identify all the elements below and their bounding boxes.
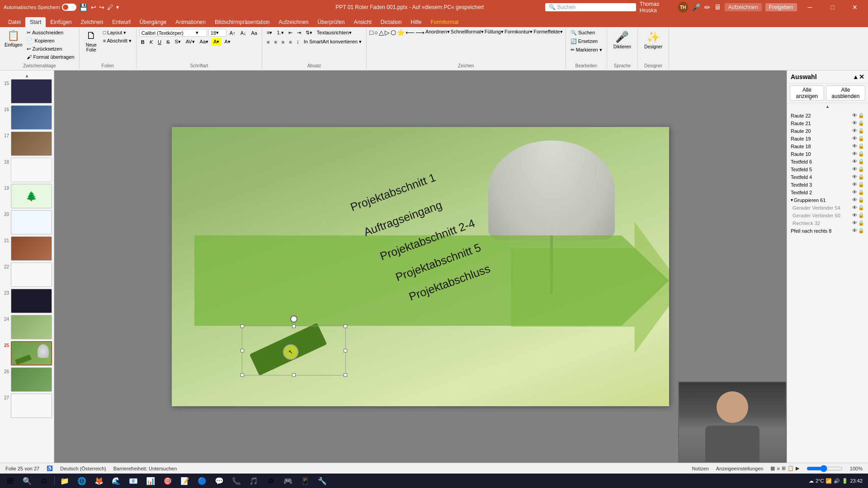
panel-item-rechteck32[interactable]: Rechteck 32 👁 🔒	[787, 219, 868, 227]
schnell-btn[interactable]: Schnellformat▾	[451, 29, 484, 35]
suchen-button[interactable]: 🔍 Suchen	[569, 29, 597, 37]
smartart-button[interactable]: In SmartArt konvertieren ▾	[302, 38, 363, 46]
redo-icon[interactable]: ↪	[99, 4, 104, 11]
panel-up-icon[interactable]: ▴	[854, 73, 857, 80]
slide-25[interactable]: 25	[2, 341, 52, 366]
canvas-area[interactable]: Projektabschnitt 1 Auftragseingang Proje…	[54, 70, 787, 463]
shape4[interactable]: ▷	[385, 29, 390, 36]
panel-item-textfeld3[interactable]: Textfeld 3 👁 🔒	[787, 181, 868, 188]
shape6[interactable]: ⭐	[397, 29, 405, 36]
bullet-list-button[interactable]: ≡▾	[265, 29, 274, 37]
decrease-font-button[interactable]: A↓	[239, 29, 248, 37]
ausschneiden-button[interactable]: ✂ Ausschneiden	[25, 29, 76, 37]
tab-entwurf[interactable]: Entwurf	[108, 17, 135, 27]
save-icon[interactable]: 💾	[79, 3, 88, 12]
textrichtung-button[interactable]: ⇅▾	[304, 29, 314, 37]
text-richten-button[interactable]: Textausrichten▾	[315, 29, 354, 37]
panel-item-gruppieren61[interactable]: ▾ Gruppieren 61 👁 🔒	[787, 196, 868, 204]
increase-font-button[interactable]: A↑	[228, 29, 237, 37]
slide-15[interactable]: 15	[2, 79, 52, 103]
panel-item-raute18[interactable]: Raute 18 👁 🔒	[787, 142, 868, 150]
tab-bildschirm[interactable]: Bildschirmpräsentation	[210, 17, 274, 27]
slide-17[interactable]: 17	[2, 131, 52, 156]
undo-icon[interactable]: ↩	[91, 4, 96, 11]
shape5[interactable]: ⬡	[391, 29, 396, 36]
column-button[interactable]: ⫶	[295, 38, 301, 46]
show-all-button[interactable]: Alle anzeigen	[790, 85, 824, 101]
panel-item-textfeld2[interactable]: Textfeld 2 👁 🔒	[787, 188, 868, 196]
char-spacing-button[interactable]: AV▾	[184, 38, 197, 46]
tab-einfuegen[interactable]: Einfügen	[46, 17, 76, 27]
slide-19[interactable]: 19 🌲	[2, 184, 52, 208]
monitor-icon[interactable]: 🖥	[714, 3, 721, 11]
pen-icon[interactable]: ✏	[704, 3, 710, 12]
taskbar-game[interactable]: 🎮	[280, 474, 296, 487]
handle-tl[interactable]	[241, 324, 244, 328]
markieren-button[interactable]: ✏ Markieren ▾	[569, 46, 604, 54]
search-box[interactable]: 🔍 Suchen	[545, 3, 636, 11]
tab-zeichnen[interactable]: Zeichnen	[76, 17, 108, 27]
taskbar-edge[interactable]: 🌊	[108, 474, 124, 487]
tab-formformat[interactable]: Formformat	[426, 17, 463, 27]
clear-format-button[interactable]: Aa	[250, 29, 259, 37]
taskbar-app1[interactable]: 🎯	[160, 474, 176, 487]
normal-view-button[interactable]: ▦	[770, 465, 775, 471]
rotate-handle[interactable]	[290, 315, 297, 323]
start-button[interactable]: ⊞	[2, 474, 18, 487]
tab-ansicht[interactable]: Ansicht	[349, 17, 376, 27]
taskbar-notepad[interactable]: 📝	[177, 474, 193, 487]
zuruecksetzen-button[interactable]: ↩ Zurücksetzen	[25, 45, 76, 53]
slide-panel[interactable]: ▲ 15 16 17 18 19 🌲 20 21 22	[0, 70, 54, 463]
lock-icon-raute22[interactable]: 🔒	[858, 113, 864, 118]
slide-22[interactable]: 22	[2, 263, 52, 287]
decrease-indent-button[interactable]: ⇤	[287, 29, 294, 37]
taskbar-firefox[interactable]: 🦊	[91, 474, 107, 487]
close-button[interactable]: ✕	[845, 0, 864, 14]
slide-27[interactable]: 27	[2, 394, 52, 418]
view-settings-button[interactable]: Anzeigeeinstellungen	[716, 466, 764, 471]
abschnitt-button[interactable]: ≡ Abschnitt ▾	[101, 37, 133, 45]
panel-item-textfeld6[interactable]: Textfeld 6 👁 🔒	[787, 158, 868, 165]
taskbar-outlook[interactable]: 📧	[125, 474, 142, 487]
format-icon[interactable]: 🖊	[107, 4, 113, 11]
taskbar-music[interactable]: 🎵	[245, 474, 262, 487]
taskbar-excel[interactable]: 📊	[142, 474, 159, 487]
panel-item-verbinder54[interactable]: Gerader Verbinder 54 👁 🔒	[787, 204, 868, 211]
dropdown-icon[interactable]: ▾	[116, 4, 119, 10]
panel-scroll-up[interactable]: ▲	[787, 103, 868, 110]
share-button[interactable]: Freigeben	[765, 3, 797, 11]
numbered-list-button[interactable]: 1.▾	[275, 29, 285, 37]
einfuegen-button[interactable]: 📋 Einfügen	[3, 29, 24, 48]
accessibility-label[interactable]: Barrierefreiheit: Untersuchen	[113, 466, 177, 471]
panel-item-verbinder60[interactable]: Gerader Verbinder 60 👁 🔒	[787, 211, 868, 219]
toggle-switch[interactable]	[62, 4, 76, 11]
font-selector[interactable]: Calibri (Textkörper) ▾	[139, 29, 207, 37]
size-selector[interactable]: 18 ▾	[208, 29, 226, 37]
lock-icon-raute21[interactable]: 🔒	[858, 120, 864, 126]
handle-bm[interactable]	[292, 373, 296, 377]
tab-hilfe[interactable]: Hilfe	[406, 17, 426, 27]
tab-dictation[interactable]: Dictation	[376, 17, 406, 27]
tab-uebergaenge[interactable]: Übergänge	[135, 17, 171, 27]
taskbar-chrome[interactable]: 🌐	[74, 474, 90, 487]
outline-view-button[interactable]: ≡	[777, 466, 779, 471]
eye-icon-raute21[interactable]: 👁	[852, 120, 857, 126]
case-button[interactable]: Aa▾	[198, 38, 210, 46]
kontur-btn[interactable]: Formkontur▾	[505, 29, 533, 35]
neue-folie-button[interactable]: 🗋 NeueFolie	[82, 29, 100, 53]
ersetzen-button[interactable]: 🔄 Ersetzen	[569, 38, 599, 45]
arrange-btn[interactable]: Anordnen▾	[425, 29, 450, 35]
tab-start[interactable]: Start	[25, 17, 46, 27]
font-color-button[interactable]: A▾	[222, 38, 232, 46]
hide-all-button[interactable]: Alle ausblenden	[826, 85, 865, 101]
notes-view-button[interactable]: 📋	[788, 465, 794, 471]
autosave-toggle[interactable]: Automatisches Speichern	[4, 4, 76, 11]
shape8[interactable]: ⟶	[415, 29, 425, 36]
collapse-icon-61[interactable]: ▾	[791, 197, 793, 202]
microphone-icon[interactable]: 🎤	[692, 3, 701, 12]
panel-item-raute22[interactable]: Raute 22 👁 🔒	[787, 112, 868, 119]
designer-button[interactable]: ✨ Designer	[641, 29, 666, 50]
panel-item-raute21[interactable]: Raute 21 👁 🔒	[787, 119, 868, 127]
strikethrough-button[interactable]: S	[165, 38, 171, 46]
reading-view-button[interactable]: ▶	[796, 465, 799, 471]
